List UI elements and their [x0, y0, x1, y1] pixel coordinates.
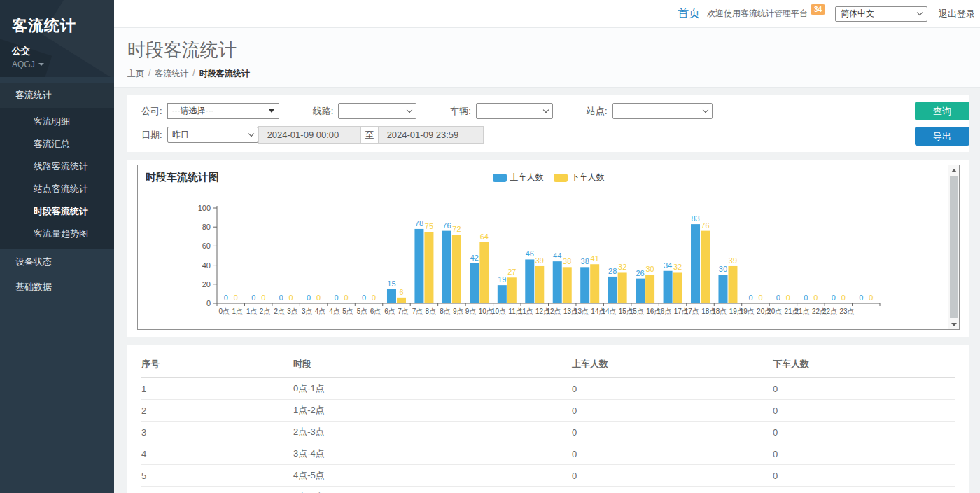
table-cell: 0 [572, 443, 773, 465]
table-cell: 0 [572, 400, 773, 422]
table-row: 21点-2点00 [141, 400, 955, 422]
svg-text:38: 38 [563, 257, 571, 265]
chevron-down-icon [702, 107, 708, 113]
language-value: 简体中文 [841, 8, 874, 20]
language-select[interactable]: 简体中文 [835, 6, 927, 22]
svg-text:0: 0 [344, 293, 349, 302]
chart-scrollbar[interactable] [948, 165, 959, 329]
svg-text:0点-1点: 0点-1点 [219, 307, 243, 315]
table-column-header: 序号 [141, 352, 293, 378]
svg-text:0: 0 [758, 293, 762, 302]
breadcrumb-separator: / [192, 68, 195, 80]
query-button[interactable]: 查询 [915, 102, 969, 120]
notification-badge: 34 [811, 4, 825, 15]
vehicle-select[interactable] [476, 103, 553, 119]
chart-panel: 时段车流统计图 上车人数下车人数 020406080100000点-1点001点… [127, 160, 969, 337]
dropdown-arrow-icon [269, 109, 274, 113]
svg-text:9点-10点: 9点-10点 [465, 307, 493, 315]
svg-text:76: 76 [701, 221, 709, 230]
breadcrumb-item[interactable]: 客流统计 [155, 68, 188, 80]
sidebar-item[interactable]: 设备状态 [0, 249, 114, 275]
station-select[interactable] [612, 103, 713, 119]
svg-text:76: 76 [442, 221, 451, 230]
bar-chart: 020406080100000点-1点001点-2点002点-3点003点-4点… [138, 190, 947, 329]
svg-text:0: 0 [813, 293, 818, 302]
org-code-dropdown[interactable]: AQGJ [12, 60, 114, 69]
svg-text:60: 60 [202, 242, 211, 250]
line-label: 线路: [313, 105, 334, 118]
svg-text:42: 42 [470, 254, 479, 262]
svg-text:0: 0 [786, 293, 790, 302]
date-to-separator: 至 [360, 126, 379, 144]
table-row: 65点-6点00 [141, 487, 955, 493]
table-body: 10点-1点0021点-2点0032点-3点0043点-4点0054点-5点00… [141, 378, 955, 493]
main-area: 首页 欢迎使用客流统计管理平台 34 简体中文 退出登录 时段客流统计 主页/客… [114, 0, 980, 493]
svg-text:0: 0 [804, 293, 808, 302]
app-title: 客流统计 [12, 15, 114, 36]
svg-text:0: 0 [289, 293, 293, 302]
company-select[interactable]: ---请选择--- [167, 103, 279, 119]
logout-link[interactable]: 退出登录 [939, 8, 975, 20]
arrow-down-icon [951, 323, 957, 326]
legend-item[interactable]: 上车人数 [493, 172, 544, 183]
scrollbar-up-button[interactable] [948, 165, 960, 175]
sidebar-subitem[interactable]: 客流量趋势图 [0, 223, 114, 245]
table-cell: 0 [572, 422, 773, 443]
home-link[interactable]: 首页 [678, 6, 700, 21]
svg-text:1点-2点: 1点-2点 [246, 307, 270, 315]
sidebar-subitem[interactable]: 客流明细 [0, 111, 114, 133]
svg-text:72: 72 [452, 225, 461, 233]
svg-text:0: 0 [859, 293, 863, 302]
table-cell: 0 [773, 400, 955, 422]
bar-chart-canvas: 020406080100000点-1点001点-2点002点-3点003点-4点… [138, 190, 946, 329]
date-to-input[interactable]: 2024-01-09 23:59 [379, 126, 484, 144]
sidebar-item[interactable]: 客流统计 [0, 83, 114, 108]
chevron-down-icon [407, 107, 412, 113]
sidebar-item[interactable]: 基础数据 [0, 275, 114, 300]
table-cell: 1 [141, 378, 293, 400]
svg-text:0: 0 [748, 293, 752, 302]
chart-legend: 上车人数下车人数 [493, 172, 605, 183]
legend-item[interactable]: 下车人数 [554, 172, 605, 183]
date-label: 日期: [141, 129, 162, 141]
chevron-down-icon [543, 107, 549, 113]
brand: 客流统计 公交 AQGJ [0, 0, 114, 77]
table-row: 32点-3点00 [141, 422, 955, 443]
sidebar-submenu: 客流明细客流汇总线路客流统计站点客流统计时段客流统计客流量趋势图 [0, 108, 114, 249]
svg-text:0: 0 [251, 293, 255, 302]
table-cell: 0 [572, 465, 773, 487]
breadcrumb-item[interactable]: 主页 [127, 68, 144, 80]
svg-text:0: 0 [261, 293, 265, 302]
scrollbar-thumb[interactable] [950, 176, 958, 318]
sidebar-subitem[interactable]: 线路客流统计 [0, 155, 114, 178]
sidebar-subitem[interactable]: 时段客流统计 [0, 200, 114, 223]
svg-text:0: 0 [832, 293, 836, 302]
table-column-header: 上车人数 [572, 352, 773, 378]
chevron-down-icon [38, 63, 44, 66]
date-from-input[interactable]: 2024-01-09 00:00 [258, 126, 360, 144]
svg-text:28: 28 [608, 267, 617, 275]
date-preset-select[interactable]: 昨日 [167, 127, 258, 143]
svg-text:6: 6 [399, 288, 403, 296]
svg-text:80: 80 [202, 223, 211, 231]
table-column-header: 时段 [293, 352, 572, 378]
company-value: ---请选择--- [172, 105, 214, 117]
table-cell: 5点-6点 [293, 487, 572, 493]
date-preset-value: 昨日 [172, 129, 189, 141]
svg-text:0: 0 [316, 293, 321, 302]
sidebar-subitem[interactable]: 客流汇总 [0, 133, 114, 155]
svg-text:22点-23点: 22点-23点 [822, 307, 855, 315]
scrollbar-down-button[interactable] [948, 319, 960, 329]
svg-text:40: 40 [202, 261, 211, 270]
topbar: 首页 欢迎使用客流统计管理平台 34 简体中文 退出登录 [114, 0, 980, 28]
svg-text:27: 27 [507, 268, 516, 276]
svg-text:5点-6点: 5点-6点 [357, 307, 381, 315]
filter-panel: 公司: ---请选择--- 线路: 车辆: 站点: [127, 95, 969, 152]
svg-text:10点-11点: 10点-11点 [491, 307, 523, 315]
svg-text:26: 26 [636, 269, 644, 277]
export-button[interactable]: 导出 [915, 127, 969, 146]
line-select[interactable] [338, 103, 416, 119]
sidebar-subitem[interactable]: 站点客流统计 [0, 178, 114, 200]
table-cell: 0 [773, 378, 955, 400]
table-cell: 0 [773, 422, 955, 443]
